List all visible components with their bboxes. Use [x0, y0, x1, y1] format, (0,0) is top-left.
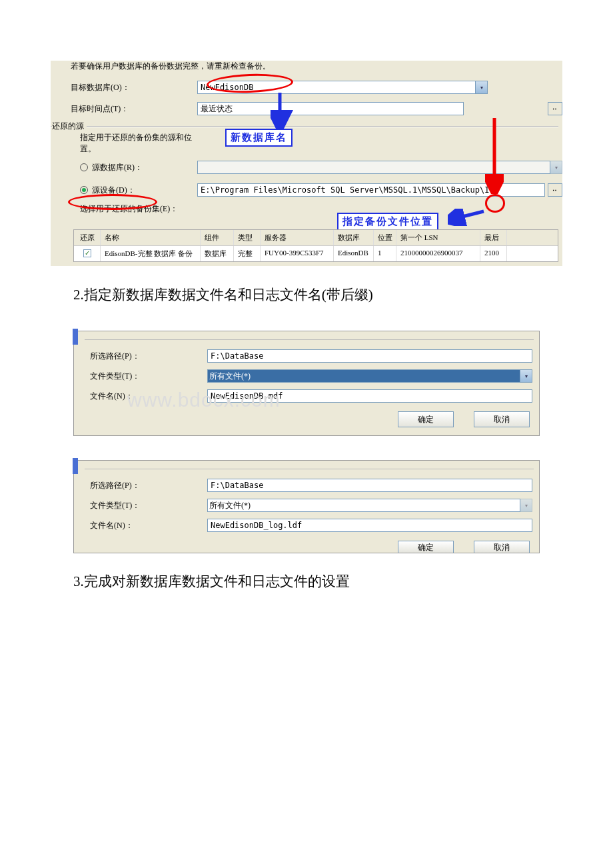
target-db-label: 目标数据库(O)： [51, 82, 197, 93]
col-restore: 还原 [74, 230, 101, 245]
filetype-dropdown-arrow[interactable]: ▾ [520, 499, 532, 512]
target-time-value: 最近状态 [201, 104, 233, 113]
annotation-label-newdb: 新数据库名 [225, 129, 293, 147]
source-device-path[interactable]: E:\Program Files\Microsoft SQL Server\MS… [197, 183, 545, 197]
source-database-radio[interactable] [80, 163, 88, 171]
table-row[interactable]: ✓ EdisonDB-完整 数据库 备份 数据库 完整 FUY00-399C53… [74, 246, 558, 261]
col-last: 最后 [480, 230, 507, 245]
filetype-label: 文件类型(T)： [81, 500, 207, 511]
filename-label: 文件名(N)： [81, 391, 207, 402]
backup-set-table[interactable]: 还原 名称 组件 类型 服务器 数据库 位置 第一个 LSN 最后 ✓ Edis… [73, 229, 558, 262]
col-name: 名称 [101, 230, 201, 245]
target-db-dropdown-arrow[interactable]: ▾ [476, 81, 488, 94]
path-label: 所选路径(P)： [81, 351, 207, 362]
target-time-input[interactable]: 最近状态 [197, 102, 464, 115]
source-device-label: 源设备(D)： [92, 185, 135, 196]
col-first-lsn: 第一个 LSN [396, 230, 480, 245]
source-device-browse-button[interactable]: ‥ [548, 183, 562, 197]
filename-value: NewEdisonDB_log.ldf [211, 521, 302, 530]
source-database-label: 源数据库(R)： [92, 162, 143, 173]
source-group-label: 还原的源 [52, 121, 87, 132]
table-header: 还原 名称 组件 类型 服务器 数据库 位置 第一个 LSN 最后 [74, 230, 558, 246]
restore-dialog: 若要确保用户数据库的备份数据完整，请重新检查备份。 目标数据库(O)： NewE… [50, 60, 563, 267]
divider [85, 339, 534, 340]
ok-button[interactable]: 确定 [398, 541, 454, 553]
cancel-button[interactable]: 取消 [474, 411, 530, 427]
filename-input[interactable]: NewEdisonDB_log.ldf [207, 519, 532, 532]
source-database-combo [197, 161, 550, 174]
target-time-label: 目标时间点(T)： [51, 103, 197, 115]
accent-bar [73, 329, 78, 345]
col-position: 位置 [374, 230, 396, 245]
dialog-header-truncated: 若要确保用户数据库的备份数据完整，请重新检查备份。 [71, 61, 271, 72]
filetype-select[interactable]: 所有文件(*) [207, 369, 520, 383]
file-dialog-mdf: 所选路径(P)： F:\DataBase 文件类型(T)： 所有文件(*) ▾ … [73, 331, 540, 436]
col-type: 类型 [234, 230, 261, 245]
filename-value: NewEdisonDB.mdf [211, 391, 283, 401]
target-db-input[interactable]: NewEdisonDB [197, 81, 476, 94]
col-database: 数据库 [334, 230, 374, 245]
filename-label: 文件名(N)： [81, 520, 207, 531]
cell-type: 完整 [234, 246, 261, 261]
annotation-label-loc: 指定备份文件位置 [337, 213, 438, 231]
row-checkbox[interactable]: ✓ [83, 249, 91, 257]
filetype-label: 文件类型(T)： [81, 371, 207, 382]
path-label: 所选路径(P)： [81, 480, 207, 491]
cell-component: 数据库 [201, 246, 234, 261]
ok-button[interactable]: 确定 [398, 411, 454, 427]
cell-database: EdisonDB [334, 246, 374, 261]
cancel-button[interactable]: 取消 [474, 541, 530, 553]
source-hint: 指定用于还原的备份集的源和位置。 [51, 132, 197, 155]
step-3-text: 3.完成对新数据库数据文件和日志文件的设置 [73, 572, 540, 591]
path-value: F:\DataBase [211, 481, 263, 490]
source-device-path-value: E:\Program Files\Microsoft SQL Server\MS… [201, 185, 489, 195]
source-database-combo-arrow: ▾ [550, 161, 562, 174]
step-2-text: 2.指定新数据库数据文件名和日志文件名(带后缀) [73, 285, 540, 304]
filetype-dropdown-arrow[interactable]: ▾ [520, 369, 532, 383]
target-db-value: NewEdisonDB [201, 83, 253, 92]
cell-last: 2100 [480, 246, 507, 261]
path-value: F:\DataBase [211, 351, 263, 361]
cell-position: 1 [374, 246, 396, 261]
col-server: 服务器 [261, 230, 334, 245]
path-input[interactable]: F:\DataBase [207, 349, 532, 363]
path-input[interactable]: F:\DataBase [207, 479, 532, 492]
filename-input[interactable]: NewEdisonDB.mdf [207, 389, 532, 403]
divider [85, 469, 534, 469]
target-time-browse-button[interactable]: ‥ [548, 102, 562, 115]
choose-backup-set-label: 选择用于还原的备份集(E)： [51, 203, 197, 215]
cell-server: FUY00-399C533F7 [261, 246, 334, 261]
cell-name: EdisonDB-完整 数据库 备份 [101, 246, 201, 261]
cell-first-lsn: 21000000026900037 [396, 246, 480, 261]
col-component: 组件 [201, 230, 234, 245]
file-dialog-ldf: 所选路径(P)： F:\DataBase 文件类型(T)： 所有文件(*) ▾ … [73, 460, 540, 553]
filetype-select[interactable]: 所有文件(*) [207, 499, 520, 512]
filetype-value: 所有文件(*) [209, 501, 251, 510]
accent-bar [73, 458, 78, 474]
filetype-value: 所有文件(*) [209, 371, 251, 381]
source-device-radio[interactable] [80, 186, 88, 194]
